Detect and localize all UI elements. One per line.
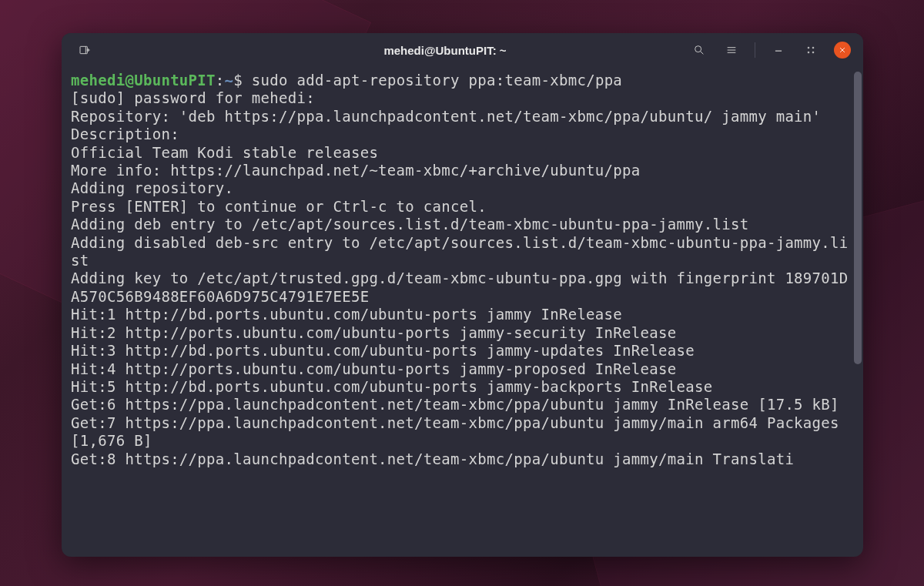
hamburger-icon [725,44,738,56]
window-title: mehedi@UbuntuPIT: ~ [201,44,689,57]
prompt-separator-colon: : [216,72,225,89]
scrollbar[interactable] [854,72,862,552]
close-button[interactable] [834,42,851,59]
scrollbar-thumb[interactable] [854,72,862,364]
svg-point-13 [812,52,814,53]
maximize-button[interactable] [802,41,820,59]
menu-button[interactable] [722,41,741,59]
prompt-user-host: mehedi@UbuntuPIT [71,72,216,89]
command-text: sudo add-apt-repository ppa:team-xbmc/pp… [252,72,622,89]
titlebar: mehedi@UbuntuPIT: ~ [62,33,863,67]
close-icon [839,46,846,54]
prompt-separator-dollar: $ [233,72,251,89]
maximize-icon [806,45,815,55]
new-tab-icon [79,44,91,56]
svg-point-10 [808,47,809,49]
search-icon [693,44,705,56]
terminal-content[interactable]: mehedi@UbuntuPIT:~$ sudo add-apt-reposit… [62,67,863,557]
command-output: [sudo] password for mehedi: Repository: … [71,89,849,467]
svg-point-12 [808,52,809,53]
new-tab-button[interactable] [74,39,95,61]
svg-point-4 [695,46,701,52]
svg-line-5 [701,52,704,55]
minimize-button[interactable] [769,41,788,59]
search-button[interactable] [690,41,708,59]
separator [755,42,755,58]
svg-point-11 [812,47,814,49]
terminal-output: mehedi@UbuntuPIT:~$ sudo add-apt-reposit… [71,72,854,468]
terminal-window: mehedi@UbuntuPIT: ~ [62,33,863,557]
prompt-path: ~ [225,72,234,89]
svg-rect-0 [80,46,87,53]
minimize-icon [773,45,784,55]
